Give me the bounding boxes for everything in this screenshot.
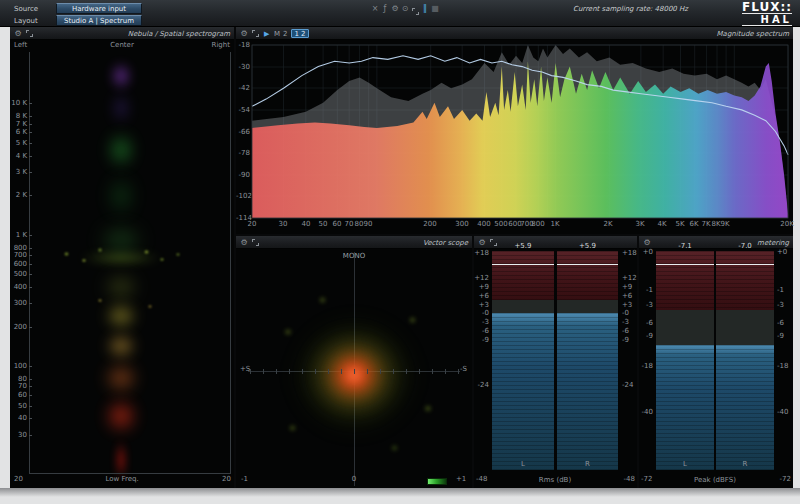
vectorscope-tick bbox=[315, 369, 316, 374]
stop-icon[interactable]: ■ bbox=[430, 3, 440, 14]
meter-scale-label: -3 bbox=[639, 302, 653, 310]
spectrogram-blob bbox=[63, 251, 70, 257]
source-select[interactable]: Hardware input bbox=[56, 3, 142, 14]
nebula-freq-label: 70 bbox=[10, 383, 27, 391]
fullscreen-icon[interactable] bbox=[252, 239, 259, 246]
spectrogram-blob bbox=[81, 258, 87, 263]
spectrogram-blob bbox=[106, 170, 136, 222]
play-icon[interactable]: ▶ bbox=[264, 30, 269, 38]
fullscreen-icon[interactable] bbox=[252, 30, 259, 37]
panel-title: Nebula / Spatial spectrogram bbox=[128, 30, 230, 38]
nebula-freq-label: 700 bbox=[10, 252, 27, 260]
vectorscope-blob bbox=[283, 328, 293, 336]
channel-right-label: Right bbox=[10, 42, 230, 50]
meter-scale-label: +6 bbox=[474, 293, 489, 301]
vectorscope-blob bbox=[288, 424, 297, 432]
spectrogram-blob bbox=[159, 257, 165, 262]
gear-icon[interactable]: ⚙ bbox=[239, 28, 249, 39]
fullscreen-icon[interactable] bbox=[412, 8, 419, 15]
hal-brand-text: HAL bbox=[742, 13, 792, 26]
mode-2-button[interactable]: 2 bbox=[283, 30, 287, 38]
vectorscope-tick bbox=[406, 369, 407, 374]
nebula-panel-header: ⚙ Nebula / Spatial spectrogram bbox=[10, 27, 234, 40]
meter-scale-label: -0 bbox=[474, 310, 489, 318]
spectrogram-blob bbox=[147, 304, 153, 309]
nebula-freq-label: 100 bbox=[10, 363, 27, 371]
meter-over-zone bbox=[492, 251, 554, 300]
gear-icon[interactable]: ⚙ bbox=[13, 28, 23, 39]
meter-range-label: -72 bbox=[641, 476, 652, 484]
nebula-freq-label: 5 K bbox=[10, 140, 27, 148]
spectrogram-blob bbox=[143, 249, 150, 255]
axis-tick bbox=[29, 287, 32, 288]
mode-m-button[interactable]: M bbox=[274, 30, 280, 38]
spectrogram-blob bbox=[104, 127, 138, 173]
vectorscope-blob bbox=[423, 404, 433, 413]
axis-tick bbox=[29, 235, 32, 236]
pause-icon[interactable]: ‖ bbox=[420, 3, 430, 14]
axis-tick bbox=[29, 143, 32, 144]
vectorscope-blob bbox=[341, 363, 367, 387]
channel-pair-button[interactable]: 1 2 bbox=[291, 29, 309, 38]
axis-tick bbox=[29, 395, 32, 396]
meter-scale-label: -6 bbox=[639, 320, 653, 328]
gear-icon[interactable]: ⚙ bbox=[477, 237, 487, 248]
meter-peak-line bbox=[492, 264, 554, 265]
meter-scale-label: -6 bbox=[777, 320, 784, 328]
meter-scale-label: -6 bbox=[474, 328, 489, 336]
meter-over-zone bbox=[557, 251, 618, 300]
window-shadow bbox=[0, 488, 800, 497]
meter-channel-label: L bbox=[656, 461, 714, 469]
nebula-freq-label: 400 bbox=[10, 284, 27, 292]
vectorscope-tick bbox=[289, 369, 290, 374]
gear-icon[interactable]: ⚙ bbox=[239, 237, 249, 248]
vectorscope-tick bbox=[393, 369, 394, 374]
close-icon[interactable]: × bbox=[370, 3, 380, 14]
fullscreen-icon[interactable] bbox=[26, 30, 33, 37]
magnitude-spectrum-display bbox=[236, 40, 793, 234]
snapshot-icon[interactable]: ⊙ bbox=[400, 3, 410, 14]
meter-scale-label: +9 bbox=[622, 284, 632, 292]
meter-bar bbox=[557, 313, 618, 470]
meter-scale-label: +0 bbox=[777, 249, 787, 257]
flux-brand-text: FLUX:: bbox=[742, 1, 792, 13]
axis-tick bbox=[29, 248, 32, 249]
meter-value: -7.1 bbox=[656, 243, 714, 251]
nebula-freq-label: 200 bbox=[10, 324, 27, 332]
correlation-indicator bbox=[427, 478, 447, 485]
meter-channel-label: R bbox=[716, 461, 774, 469]
meter-range-label: -72 bbox=[775, 476, 791, 484]
axis-tick bbox=[29, 103, 32, 104]
meter-bar bbox=[492, 313, 554, 470]
tools-icon[interactable]: ƒ bbox=[380, 3, 390, 14]
gear-icon[interactable]: ⚙ bbox=[642, 237, 652, 248]
axis-tick bbox=[29, 379, 32, 380]
meter-scale-label: -24 bbox=[622, 382, 633, 390]
axis-tick bbox=[29, 116, 32, 117]
meter-peak-line bbox=[656, 264, 714, 265]
magnitude-panel-header: ⚙ ▶ M 2 1 2 Magnitude spectrum bbox=[236, 27, 793, 40]
analyzer-window: Source Hardware input Layout Studio A | … bbox=[0, 0, 800, 504]
axis-tick bbox=[29, 386, 32, 387]
source-label: Source bbox=[14, 4, 38, 14]
meter-range-label: -48 bbox=[476, 476, 487, 484]
layout-select[interactable]: Studio A | Spectrum bbox=[56, 15, 142, 26]
vectorscope-panel-header: ⚙ Vector scope bbox=[236, 236, 472, 249]
spatial-spectrogram-display bbox=[10, 40, 234, 488]
meter-unit-label: Rms (dB) bbox=[492, 477, 618, 485]
vectorscope-tick bbox=[302, 369, 303, 374]
vectorscope-plus-s-label: +S bbox=[240, 366, 250, 374]
meter-mid-zone bbox=[492, 300, 554, 313]
meter-value: +5.9 bbox=[492, 243, 554, 251]
settings-icon[interactable]: ⚙ bbox=[390, 3, 400, 14]
meter-over-zone bbox=[716, 251, 774, 310]
axis-tick bbox=[29, 327, 32, 328]
nebula-freq-label: 600 bbox=[10, 261, 27, 269]
nebula-freq-label: 60 bbox=[10, 392, 27, 400]
axis-tick bbox=[29, 195, 32, 196]
axis-tick bbox=[29, 303, 32, 304]
nebula-freq-label: 50 bbox=[10, 403, 27, 411]
meter-scale-label: -3 bbox=[474, 319, 489, 327]
vectorscope-tick bbox=[328, 369, 329, 374]
meter-scale-label: +18 bbox=[474, 250, 489, 258]
